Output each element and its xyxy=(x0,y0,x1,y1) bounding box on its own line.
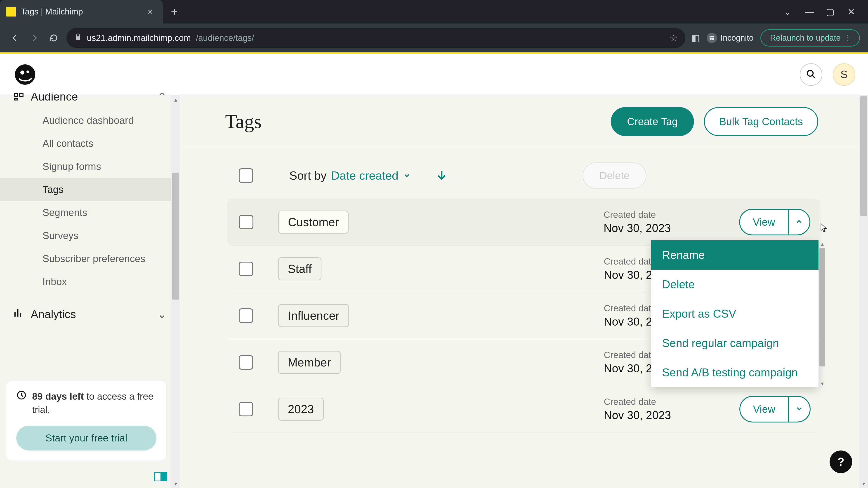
view-split-button[interactable]: View xyxy=(739,396,811,422)
main-content: Tags Create Tag Bulk Tag Contacts Sort b… xyxy=(180,95,868,488)
menu-item-delete[interactable]: Delete xyxy=(651,270,818,299)
incognito-indicator[interactable]: Incognito xyxy=(707,33,754,43)
reload-button[interactable] xyxy=(47,31,61,45)
scroll-down-icon[interactable]: ▾ xyxy=(172,480,179,487)
help-fab-button[interactable]: ? xyxy=(830,451,852,473)
sidebar-item-audience-dashboard[interactable]: Audience dashboard xyxy=(0,109,180,132)
bulk-tag-label: Bulk Tag Contacts xyxy=(719,116,803,128)
mailchimp-logo-icon[interactable] xyxy=(13,62,37,87)
tag-name-chip[interactable]: Influencer xyxy=(278,304,349,327)
scroll-down-icon[interactable]: ▾ xyxy=(860,480,867,487)
tag-name-chip[interactable]: Member xyxy=(278,351,341,374)
svg-point-0 xyxy=(710,38,712,40)
sidebar-audience-label: Audience xyxy=(31,93,78,101)
row-checkbox[interactable] xyxy=(239,215,253,229)
sort-button[interactable]: Sort by Date created xyxy=(289,169,411,182)
browser-chrome: Tags | Mailchimp × + ⌄ ― ▢ ✕ us21.admin.… xyxy=(0,0,868,54)
menu-dots-icon: ⋮ xyxy=(844,33,852,43)
scroll-up-icon[interactable]: ▴ xyxy=(172,96,179,103)
sidebar-scrollbar[interactable]: ▴ ▾ xyxy=(171,95,180,488)
arrow-down-icon xyxy=(436,178,447,182)
chevron-down-icon xyxy=(403,169,411,182)
tag-name-chip[interactable]: 2023 xyxy=(278,398,324,421)
sidebar-item-subscriber-preferences[interactable]: Subscriber preferences xyxy=(0,247,180,270)
row-checkbox[interactable] xyxy=(239,402,253,416)
start-trial-button[interactable]: Start your free trial xyxy=(16,426,156,451)
clock-icon xyxy=(16,390,27,404)
row-checkbox[interactable] xyxy=(239,262,253,276)
view-dropdown-toggle[interactable] xyxy=(788,210,809,234)
minimize-icon[interactable]: ― xyxy=(805,6,813,17)
svg-rect-7 xyxy=(20,93,23,97)
close-tab-icon[interactable]: × xyxy=(148,7,153,16)
sidebar-items: Audience dashboardAll contactsSignup for… xyxy=(0,101,180,301)
create-tag-label: Create Tag xyxy=(627,116,678,128)
trial-text: 89 days left to access a free trial. xyxy=(32,390,156,417)
url-input[interactable]: us21.admin.mailchimp.com/audience/tags/ … xyxy=(66,28,685,48)
menu-scrollbar[interactable]: ▴▾ xyxy=(818,240,825,387)
sidebar-item-all-contacts[interactable]: All contacts xyxy=(0,132,180,155)
new-tab-button[interactable]: + xyxy=(163,5,186,19)
svg-point-4 xyxy=(26,70,29,73)
sidebar-resize-handle-icon[interactable] xyxy=(154,472,167,481)
address-bar: us21.admin.mailchimp.com/audience/tags/ … xyxy=(0,24,868,53)
menu-item-send-a-b-testing-campaign[interactable]: Send A/B testing campaign xyxy=(651,358,818,387)
back-button[interactable] xyxy=(8,31,22,45)
sidebar-item-surveys[interactable]: Surveys xyxy=(0,224,180,247)
forward-button[interactable] xyxy=(28,31,41,45)
incognito-label: Incognito xyxy=(721,33,754,43)
delete-selected-button[interactable]: Delete xyxy=(583,162,647,189)
close-window-icon[interactable]: ✕ xyxy=(847,6,855,17)
browser-tab[interactable]: Tags | Mailchimp × xyxy=(0,0,163,24)
main-scrollbar[interactable]: ▴ ▾ xyxy=(859,95,868,488)
svg-rect-6 xyxy=(14,93,18,97)
scroll-down-icon[interactable]: ▾ xyxy=(819,381,825,387)
scroll-thumb[interactable] xyxy=(172,173,179,300)
search-icon xyxy=(806,69,816,80)
audience-icon xyxy=(13,93,24,101)
select-all-checkbox[interactable] xyxy=(239,168,253,183)
avatar-initial: S xyxy=(840,68,848,80)
tab-title: Tags | Mailchimp xyxy=(21,7,143,17)
menu-item-rename[interactable]: Rename xyxy=(651,240,818,270)
sidebar-section-analytics[interactable]: Analytics ⌄ xyxy=(0,301,180,327)
page-header: Tags Create Tag Bulk Tag Contacts xyxy=(180,95,868,148)
tag-meta: Created dateNov 30, 2023 xyxy=(603,210,721,235)
bookmark-star-icon[interactable]: ☆ xyxy=(670,33,678,43)
row-checkbox[interactable] xyxy=(239,308,253,323)
extensions-icon[interactable]: ◧ xyxy=(691,33,700,43)
sidebar-item-tags[interactable]: Tags xyxy=(0,178,180,201)
view-button[interactable]: View xyxy=(740,397,788,422)
incognito-icon xyxy=(707,33,717,43)
bulk-tag-contacts-button[interactable]: Bulk Tag Contacts xyxy=(704,107,818,136)
sidebar-item-segments[interactable]: Segments xyxy=(0,201,180,224)
chevron-down-icon xyxy=(795,404,803,414)
sort-direction-button[interactable] xyxy=(436,169,447,182)
scroll-up-icon[interactable]: ▴ xyxy=(819,241,825,247)
relaunch-button[interactable]: Relaunch to update ⋮ xyxy=(761,29,860,46)
create-tag-button[interactable]: Create Tag xyxy=(611,107,694,136)
svg-rect-8 xyxy=(14,98,18,100)
view-split-button[interactable]: View xyxy=(739,209,810,235)
view-dropdown-toggle[interactable] xyxy=(788,397,810,422)
relaunch-label: Relaunch to update xyxy=(770,33,841,43)
tag-name-chip[interactable]: Customer xyxy=(278,210,348,234)
scroll-thumb[interactable] xyxy=(819,248,825,366)
scroll-thumb[interactable] xyxy=(860,96,867,216)
row-checkbox[interactable] xyxy=(239,355,253,369)
sidebar-item-signup-forms[interactable]: Signup forms xyxy=(0,155,180,178)
created-date-label: Created date xyxy=(603,210,721,220)
tab-search-icon[interactable]: ⌄ xyxy=(783,6,792,17)
tag-name-chip[interactable]: Staff xyxy=(278,257,321,281)
sidebar-section-audience[interactable]: Audience ⌃ xyxy=(0,93,180,101)
sidebar: Audience ⌃ Audience dashboardAll contact… xyxy=(0,95,180,488)
sidebar-item-inbox[interactable]: Inbox xyxy=(0,270,180,293)
search-button[interactable] xyxy=(800,63,822,86)
window-controls: ⌄ ― ▢ ✕ xyxy=(783,6,868,17)
view-button[interactable]: View xyxy=(740,210,788,234)
menu-item-send-regular-campaign[interactable]: Send regular campaign xyxy=(651,328,818,358)
user-avatar[interactable]: S xyxy=(833,63,855,86)
maximize-icon[interactable]: ▢ xyxy=(826,6,834,17)
menu-item-export-as-csv[interactable]: Export as CSV xyxy=(651,299,818,328)
url-host: us21.admin.mailchimp.com xyxy=(87,33,191,43)
